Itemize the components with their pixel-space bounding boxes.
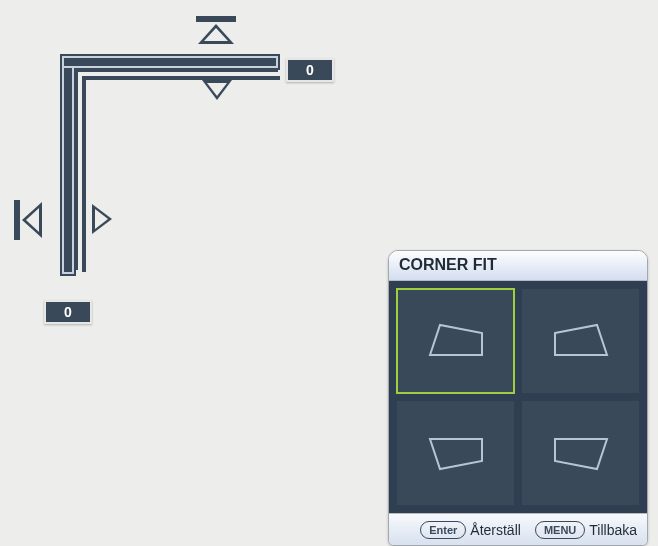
panel-footer: Enter Återställ MENU Tillbaka <box>389 513 647 545</box>
move-right-button[interactable] <box>90 202 114 240</box>
svg-rect-15 <box>14 200 20 240</box>
enter-key-pill: Enter <box>420 521 466 539</box>
horizontal-value-text: 0 <box>306 62 314 78</box>
vertical-value-text: 0 <box>64 304 72 320</box>
corner-option-top-left[interactable] <box>397 289 514 393</box>
horizontal-value: 0 <box>286 58 334 82</box>
svg-rect-9 <box>62 272 74 274</box>
menu-action-label: Tillbaka <box>589 522 637 538</box>
enter-action-label: Återställ <box>470 522 521 538</box>
svg-rect-6 <box>62 56 64 274</box>
move-to-top-button[interactable] <box>192 14 240 52</box>
svg-rect-5 <box>62 66 278 68</box>
corner-option-top-right[interactable] <box>522 289 639 393</box>
corner-indicator <box>60 54 280 276</box>
svg-rect-4 <box>62 56 278 58</box>
svg-marker-21 <box>555 325 607 355</box>
corner-options-grid <box>389 281 647 513</box>
footer-menu[interactable]: MENU Tillbaka <box>535 521 637 539</box>
move-down-button[interactable] <box>200 78 234 106</box>
svg-rect-8 <box>276 56 278 68</box>
svg-rect-10 <box>196 16 236 22</box>
svg-marker-20 <box>430 325 482 355</box>
svg-rect-2 <box>63 57 277 67</box>
vertical-value: 0 <box>44 300 92 324</box>
svg-marker-23 <box>555 439 607 469</box>
footer-enter[interactable]: Enter Återställ <box>420 521 521 539</box>
corner-fit-panel: CORNER FIT Enter Återställ <box>388 250 648 546</box>
corner-option-bottom-left[interactable] <box>397 401 514 505</box>
move-to-left-button[interactable] <box>12 196 46 248</box>
svg-rect-3 <box>63 57 73 273</box>
svg-marker-22 <box>430 439 482 469</box>
svg-rect-7 <box>72 68 74 274</box>
corner-option-bottom-right[interactable] <box>522 401 639 505</box>
panel-title: CORNER FIT <box>389 251 647 281</box>
menu-key-pill: MENU <box>535 521 585 539</box>
